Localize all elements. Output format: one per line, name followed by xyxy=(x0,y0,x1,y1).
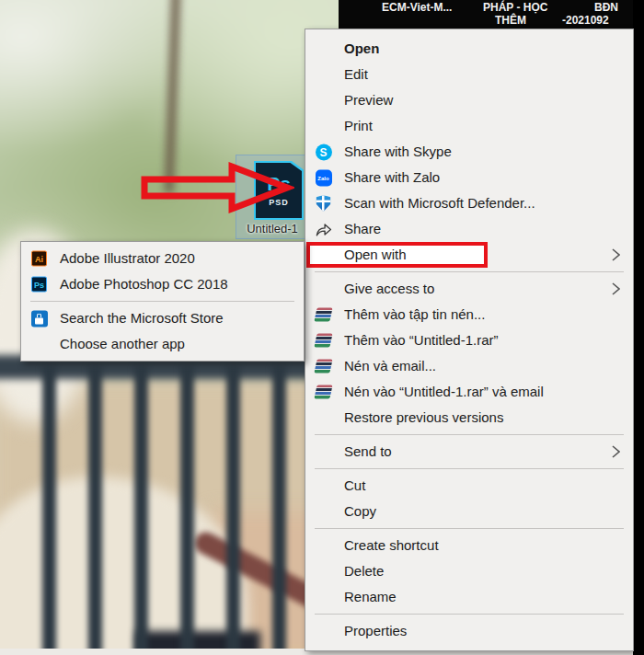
menu-item-open[interactable]: Open xyxy=(305,36,633,62)
chevron-right-icon xyxy=(612,248,620,261)
microsoft-store-icon xyxy=(30,310,48,328)
menu-item-preview[interactable]: Preview xyxy=(305,87,633,113)
file-name-label: Untitled-1 xyxy=(230,222,315,236)
submenu-item-search-microsoft-store[interactable]: Search the Microsoft Store xyxy=(21,305,304,331)
open-with-submenu: Ai Adobe Illustrator 2020 Ps Adobe Photo… xyxy=(20,241,305,362)
context-menu: Open Edit Preview Print S Share with Sky… xyxy=(305,29,634,651)
illustrator-icon: Ai xyxy=(30,250,48,268)
annotation-arrow-icon xyxy=(140,161,294,214)
menu-item-open-with[interactable]: Open with xyxy=(305,242,633,268)
menu-item-add-to-archive[interactable]: Thêm vào tập tin nén... xyxy=(305,302,633,328)
menu-item-compress-to-rar-and-email[interactable]: Nén vào “Untitled-1.rar” và email xyxy=(305,379,633,405)
top-bar-text: -2021092 xyxy=(562,14,609,27)
defender-shield-icon xyxy=(315,195,332,213)
menu-item-properties[interactable]: Properties xyxy=(305,618,633,644)
winrar-icon xyxy=(315,358,332,375)
menu-item-give-access-to[interactable]: Give access to xyxy=(305,276,633,302)
menu-separator xyxy=(315,434,624,435)
winrar-icon xyxy=(315,306,332,324)
zalo-icon: Zalo xyxy=(315,169,332,187)
menu-item-create-shortcut[interactable]: Create shortcut xyxy=(305,533,633,558)
desktop-screenshot: ECM-Viet-M... PHÁP - HỌC BĐN THÊM -20210… xyxy=(0,0,644,655)
right-black-strip xyxy=(633,0,644,655)
menu-item-share-with-skype[interactable]: S Share with Skype xyxy=(305,139,633,165)
top-black-bar: ECM-Viet-M... PHÁP - HỌC BĐN THÊM -20210… xyxy=(339,0,644,29)
menu-item-add-to-untitled-rar[interactable]: Thêm vào “Untitled-1.rar” xyxy=(305,328,633,353)
menu-item-print[interactable]: Print xyxy=(305,113,633,139)
chevron-right-icon xyxy=(612,282,620,295)
menu-item-delete[interactable]: Delete xyxy=(305,558,633,584)
menu-item-scan-with-defender[interactable]: Scan with Microsoft Defender... xyxy=(305,190,633,216)
menu-item-copy[interactable]: Copy xyxy=(305,499,633,524)
menu-item-restore-previous-versions[interactable]: Restore previous versions xyxy=(305,405,633,431)
menu-item-cut[interactable]: Cut xyxy=(305,473,633,499)
menu-separator xyxy=(315,271,624,272)
menu-item-share[interactable]: Share xyxy=(305,216,633,242)
submenu-item-adobe-photoshop[interactable]: Ps Adobe Photoshop CC 2018 xyxy=(21,271,304,297)
top-bar-text: ECM-Viet-M... xyxy=(382,1,452,14)
menu-separator xyxy=(315,528,624,529)
menu-item-send-to[interactable]: Send to xyxy=(305,439,633,465)
photo-railing-bars xyxy=(42,366,320,655)
winrar-icon xyxy=(315,384,332,401)
chevron-right-icon xyxy=(612,445,620,458)
top-bar-text: THÊM xyxy=(495,14,526,27)
menu-item-rename[interactable]: Rename xyxy=(305,584,633,610)
menu-separator xyxy=(30,301,294,302)
skype-icon: S xyxy=(315,144,332,161)
menu-item-edit[interactable]: Edit xyxy=(305,62,633,87)
share-icon xyxy=(315,221,332,238)
photoshop-icon: Ps xyxy=(30,276,48,293)
menu-separator xyxy=(315,468,624,469)
top-bar-text: PHÁP - HỌC xyxy=(483,1,547,14)
top-bar-text: BĐN xyxy=(594,1,618,14)
menu-item-compress-and-email[interactable]: Nén và email... xyxy=(305,353,633,379)
winrar-icon xyxy=(315,332,332,350)
menu-separator xyxy=(315,614,624,615)
submenu-item-adobe-illustrator[interactable]: Ai Adobe Illustrator 2020 xyxy=(21,246,304,271)
submenu-item-choose-another-app[interactable]: Choose another app xyxy=(21,331,304,357)
menu-item-share-with-zalo[interactable]: Zalo Share with Zalo xyxy=(305,165,633,190)
